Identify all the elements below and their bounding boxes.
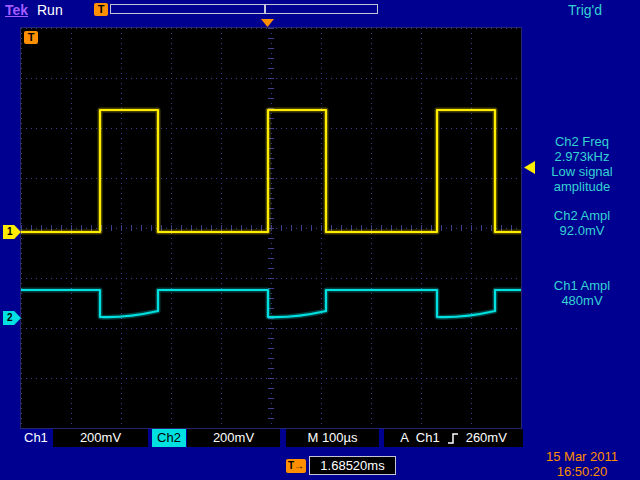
ch1-scale-value: 200mV	[53, 429, 148, 447]
acquisition-status: Run	[37, 2, 63, 18]
trigger-position-triangle-icon	[261, 19, 274, 27]
measurement-ch2-ampl: Ch2 Ampl 92.0mV	[524, 208, 640, 238]
measurement-warning-line2: amplitude	[524, 179, 640, 194]
timebase-label: M	[307, 430, 318, 445]
trigger-source: Ch1	[416, 429, 440, 447]
measurement-value: 92.0mV	[524, 223, 640, 238]
measurement-label: Ch2 Ampl	[524, 208, 640, 223]
ch2-scale-badge: Ch2	[152, 429, 186, 447]
measurement-value: 480mV	[524, 293, 640, 308]
oscilloscope-display: Tek Run T Trig'd T 1 2 Ch2 Freq 2.973kHz…	[0, 0, 640, 480]
measurement-value: 2.973kHz	[524, 149, 640, 164]
waveform-area	[21, 28, 521, 428]
measurement-warning-line1: Low signal	[524, 164, 640, 179]
tek-logo: Tek	[5, 2, 28, 18]
trigger-system-label: A	[400, 429, 409, 447]
time-label: 16:50:20	[526, 464, 638, 479]
scope-screen	[20, 27, 522, 429]
trigger-delay-readout: 1.68520ms	[309, 456, 396, 475]
trigger-status: Trig'd	[568, 2, 602, 18]
trigger-level-value: 260mV	[466, 429, 507, 447]
rising-edge-icon	[447, 432, 459, 445]
date-label: 15 Mar 2011	[526, 449, 638, 464]
record-position-bar	[110, 4, 378, 14]
trigger-position-badge: T→	[286, 459, 306, 473]
measurement-label: Ch2 Freq	[524, 134, 640, 149]
main-timebase: M 100µs	[286, 429, 379, 447]
measurement-label: Ch1 Ampl	[524, 278, 640, 293]
graticule-grid	[21, 28, 521, 428]
trigger-badge-icon: T	[94, 3, 108, 16]
measurement-ch1-ampl: Ch1 Ampl 480mV	[524, 278, 640, 308]
datetime-readout: 15 Mar 2011 16:50:20	[526, 449, 638, 479]
ch1-ground-marker: 1	[3, 225, 21, 239]
record-position-marker	[264, 5, 266, 13]
ch2-scale-value: 200mV	[187, 429, 280, 447]
timebase-value: 100µs	[322, 430, 358, 445]
ch1-scale-label: Ch1	[24, 429, 48, 447]
trigger-time-marker: T	[24, 31, 38, 44]
trigger-readout: A Ch1 260mV	[384, 429, 523, 447]
ch2-ground-marker: 2	[3, 311, 21, 325]
measurement-ch2-freq: Ch2 Freq 2.973kHz Low signal amplitude	[524, 134, 640, 194]
